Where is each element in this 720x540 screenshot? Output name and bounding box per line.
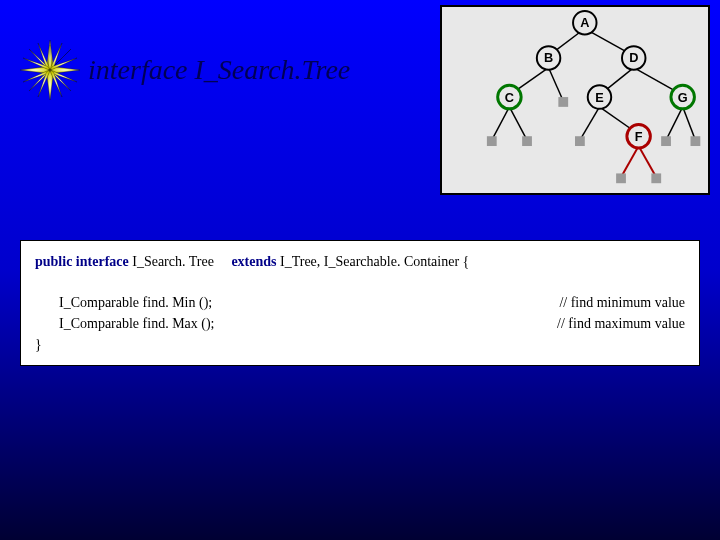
svg-line-25 <box>580 107 600 140</box>
tree-node-c: C <box>505 90 514 105</box>
tree-node-e: E <box>595 90 603 105</box>
svg-line-29 <box>621 146 639 177</box>
code-method-findmax: I_Comparable find. Max (); // find maxim… <box>35 313 685 334</box>
tree-node-g: G <box>678 90 688 105</box>
svg-line-27 <box>666 107 683 140</box>
svg-rect-43 <box>691 136 701 146</box>
tree-diagram: A B D C E G F <box>440 5 710 195</box>
tree-node-f: F <box>635 129 643 144</box>
svg-line-23 <box>492 107 510 140</box>
tree-node-d: D <box>629 50 638 65</box>
slide-title: interface I_Search.Tree <box>88 54 350 86</box>
svg-line-24 <box>509 107 527 140</box>
code-close-brace: } <box>35 334 685 355</box>
svg-rect-41 <box>575 136 585 146</box>
code-snippet: public interface I_Search. Tree extends … <box>20 240 700 366</box>
svg-rect-39 <box>487 136 497 146</box>
code-method-findmin: I_Comparable find. Min (); // find minim… <box>35 292 685 313</box>
svg-line-20 <box>549 68 564 101</box>
code-declaration: public interface I_Search. Tree extends … <box>35 251 685 272</box>
slide-title-row: interface I_Search.Tree <box>20 40 350 100</box>
svg-line-28 <box>683 107 696 140</box>
svg-rect-38 <box>558 97 568 107</box>
svg-rect-45 <box>651 173 661 183</box>
svg-rect-44 <box>616 173 626 183</box>
tree-node-a: A <box>580 15 589 30</box>
tree-node-b: B <box>544 50 553 65</box>
svg-rect-42 <box>661 136 671 146</box>
svg-rect-40 <box>522 136 532 146</box>
svg-line-30 <box>639 146 657 177</box>
starburst-icon <box>20 40 80 100</box>
